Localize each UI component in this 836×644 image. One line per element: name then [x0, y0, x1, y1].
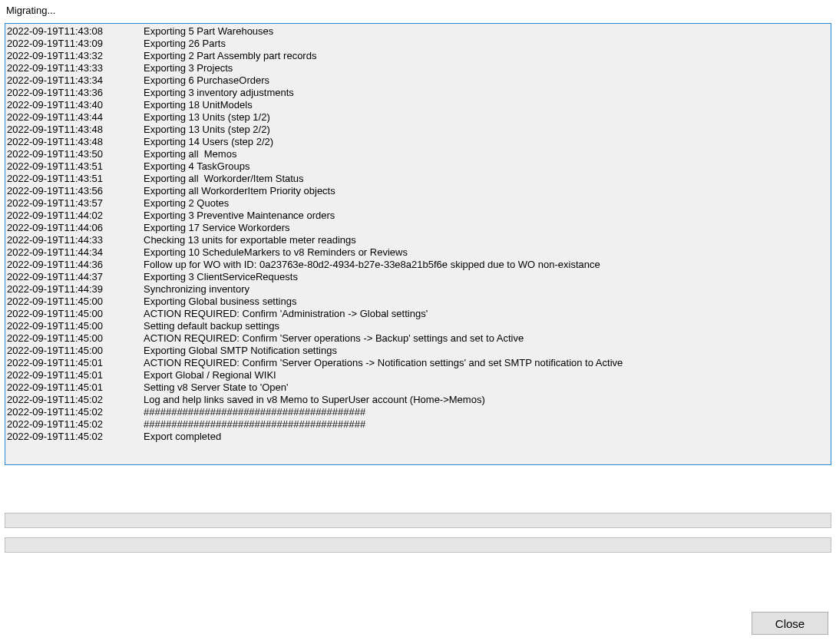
log-row: 2022-09-19T11:43:50Exporting all Memos	[7, 148, 829, 160]
log-row: 2022-09-19T11:43:40Exporting 18 UnitMode…	[7, 99, 829, 111]
log-timestamp: 2022-09-19T11:45:02	[7, 406, 144, 418]
log-timestamp: 2022-09-19T11:43:56	[7, 185, 144, 197]
log-message: Setting v8 Server State to 'Open'	[144, 381, 829, 394]
log-message: Exporting 2 Part Assembly part records	[144, 50, 829, 62]
log-timestamp: 2022-09-19T11:43:32	[7, 50, 144, 62]
log-timestamp: 2022-09-19T11:45:01	[7, 357, 144, 369]
log-row: 2022-09-19T11:43:08Exporting 5 Part Ware…	[7, 25, 829, 38]
log-timestamp: 2022-09-19T11:43:44	[7, 111, 144, 124]
log-timestamp: 2022-09-19T11:45:00	[7, 296, 144, 308]
log-message: Exporting Global SMTP Notification setti…	[144, 345, 829, 357]
log-row: 2022-09-19T11:45:01ACTION REQUIRED: Conf…	[7, 357, 829, 369]
log-message: Synchronizing inventory	[144, 283, 829, 296]
log-timestamp: 2022-09-19T11:45:00	[7, 308, 144, 320]
log-message: Exporting 3 Preventive Maintenance order…	[144, 210, 829, 222]
log-row: 2022-09-19T11:43:51Exporting 4 TaskGroup…	[7, 160, 829, 173]
log-row: 2022-09-19T11:43:32Exporting 2 Part Asse…	[7, 50, 829, 62]
log-timestamp: 2022-09-19T11:44:37	[7, 271, 144, 283]
log-row: 2022-09-19T11:45:00Exporting Global SMTP…	[7, 345, 829, 357]
log-row: 2022-09-19T11:45:01Setting v8 Server Sta…	[7, 381, 829, 394]
log-row: 2022-09-19T11:44:06Exporting 17 Service …	[7, 222, 829, 234]
log-row: 2022-09-19T11:45:02Log and help links sa…	[7, 394, 829, 406]
log-message: ACTION REQUIRED: Confirm 'Administration…	[144, 308, 829, 320]
log-row: 2022-09-19T11:43:48Exporting 14 Users (s…	[7, 136, 829, 148]
log-row: 2022-09-19T11:44:37Exporting 3 ClientSer…	[7, 271, 829, 283]
log-timestamp: 2022-09-19T11:43:09	[7, 38, 144, 50]
log-message: Exporting 18 UnitModels	[144, 99, 829, 111]
close-button-label: Close	[775, 617, 805, 630]
log-row: 2022-09-19T11:44:36Follow up for WO with…	[7, 259, 829, 271]
log-row: 2022-09-19T11:44:02Exporting 3 Preventiv…	[7, 210, 829, 222]
log-row: 2022-09-19T11:45:00Exporting Global busi…	[7, 296, 829, 308]
log-row: 2022-09-19T11:43:44Exporting 13 Units (s…	[7, 111, 829, 124]
log-row: 2022-09-19T11:45:01Export Global / Regio…	[7, 369, 829, 381]
log-message: Exporting 14 Users (step 2/2)	[144, 136, 829, 148]
log-message: Log and help links saved in v8 Memo to S…	[144, 394, 829, 406]
progress-bar-2	[5, 537, 831, 553]
log-timestamp: 2022-09-19T11:45:01	[7, 369, 144, 381]
log-timestamp: 2022-09-19T11:45:02	[7, 431, 144, 443]
log-message: Exporting all Workorder/Item Status	[144, 173, 829, 185]
log-cursor-line	[7, 443, 829, 455]
log-row: 2022-09-19T11:43:48Exporting 13 Units (s…	[7, 124, 829, 136]
log-timestamp: 2022-09-19T11:43:33	[7, 62, 144, 74]
log-message: Export completed	[144, 431, 829, 443]
log-timestamp: 2022-09-19T11:44:02	[7, 210, 144, 222]
log-row: 2022-09-19T11:44:34Exporting 10 Schedule…	[7, 246, 829, 259]
log-timestamp: 2022-09-19T11:43:40	[7, 99, 144, 111]
log-message: Exporting 17 Service Workorders	[144, 222, 829, 234]
log-timestamp: 2022-09-19T11:43:50	[7, 148, 144, 160]
progress-bar-1	[5, 513, 831, 528]
log-row: 2022-09-19T11:44:33Checking 13 units for…	[7, 234, 829, 246]
log-timestamp: 2022-09-19T11:43:48	[7, 124, 144, 136]
log-timestamp: 2022-09-19T11:45:00	[7, 320, 144, 332]
log-message: ACTION REQUIRED: Confirm 'Server Operati…	[144, 357, 829, 369]
log-row: 2022-09-19T11:43:33Exporting 3 Projects	[7, 62, 829, 74]
log-message: Exporting 5 Part Warehouses	[144, 25, 829, 38]
log-row: 2022-09-19T11:45:00ACTION REQUIRED: Conf…	[7, 308, 829, 320]
log-timestamp: 2022-09-19T11:43:51	[7, 160, 144, 173]
log-timestamp: 2022-09-19T11:43:36	[7, 87, 144, 99]
log-timestamp: 2022-09-19T11:45:01	[7, 381, 144, 394]
log-row: 2022-09-19T11:45:02Export completed	[7, 431, 829, 443]
log-message: Exporting all Memos	[144, 148, 829, 160]
log-timestamp: 2022-09-19T11:43:51	[7, 173, 144, 185]
log-timestamp: 2022-09-19T11:44:33	[7, 234, 144, 246]
log-timestamp: 2022-09-19T11:44:36	[7, 259, 144, 271]
log-row: 2022-09-19T11:44:39Synchronizing invento…	[7, 283, 829, 296]
log-timestamp: 2022-09-19T11:44:39	[7, 283, 144, 296]
log-row: 2022-09-19T11:45:02#####################…	[7, 406, 829, 418]
log-message: ACTION REQUIRED: Confirm 'Server operati…	[144, 332, 829, 345]
log-message: Exporting 3 Projects	[144, 62, 829, 74]
log-textarea[interactable]: 2022-09-19T11:43:08Exporting 5 Part Ware…	[5, 23, 831, 465]
log-message: ########################################	[144, 406, 829, 418]
log-message: ########################################	[144, 418, 829, 431]
log-row: 2022-09-19T11:45:00Setting default backu…	[7, 320, 829, 332]
log-message: Export Global / Regional WIKI	[144, 369, 829, 381]
close-button[interactable]: Close	[752, 612, 828, 635]
log-row: 2022-09-19T11:43:09Exporting 26 Parts	[7, 38, 829, 50]
log-timestamp: 2022-09-19T11:45:02	[7, 394, 144, 406]
log-timestamp: 2022-09-19T11:44:34	[7, 246, 144, 259]
window-title: Migrating...	[0, 0, 836, 19]
log-row: 2022-09-19T11:45:00ACTION REQUIRED: Conf…	[7, 332, 829, 345]
log-row: 2022-09-19T11:43:36Exporting 3 inventory…	[7, 87, 829, 99]
log-message: Exporting 26 Parts	[144, 38, 829, 50]
log-message: Exporting Global business settings	[144, 296, 829, 308]
log-timestamp: 2022-09-19T11:44:06	[7, 222, 144, 234]
log-row: 2022-09-19T11:43:56Exporting all Workord…	[7, 185, 829, 197]
log-message: Exporting 4 TaskGroups	[144, 160, 829, 173]
log-message: Exporting 2 Quotes	[144, 197, 829, 210]
log-timestamp: 2022-09-19T11:43:08	[7, 25, 144, 38]
migration-window: Migrating... 2022-09-19T11:43:08Exportin…	[0, 0, 836, 644]
log-message: Exporting 13 Units (step 1/2)	[144, 111, 829, 124]
log-timestamp: 2022-09-19T11:43:34	[7, 74, 144, 87]
log-row: 2022-09-19T11:43:51Exporting all Workord…	[7, 173, 829, 185]
log-message: Exporting all WorkorderItem Priority obj…	[144, 185, 829, 197]
log-timestamp: 2022-09-19T11:45:02	[7, 418, 144, 431]
log-timestamp: 2022-09-19T11:43:48	[7, 136, 144, 148]
log-message: Exporting 10 ScheduleMarkers to v8 Remin…	[144, 246, 829, 259]
log-message: Setting default backup settings	[144, 320, 829, 332]
log-message: Exporting 13 Units (step 2/2)	[144, 124, 829, 136]
log-timestamp: 2022-09-19T11:45:00	[7, 332, 144, 345]
